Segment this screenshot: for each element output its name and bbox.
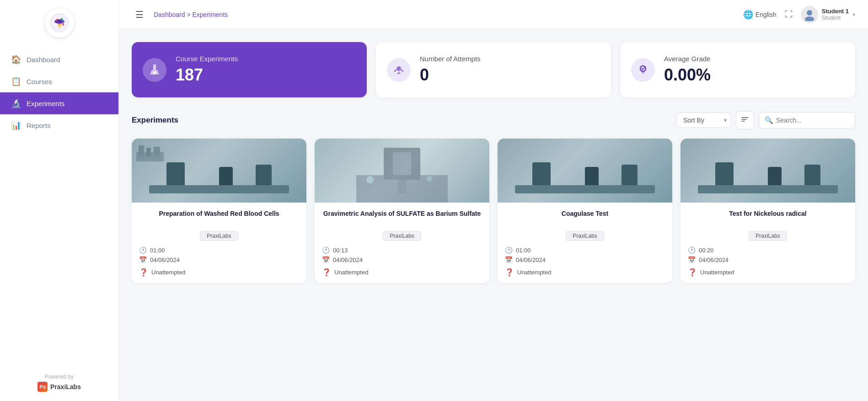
experiment-card-3-duration: 🕐 01:00 (505, 246, 665, 254)
svg-point-27 (427, 176, 432, 182)
sidebar-logo (0, 0, 118, 44)
experiments-stat-value: 187 (176, 65, 238, 85)
experiment-card-4-date: 📅 04/06/2024 (688, 256, 848, 263)
sidebar-item-reports-label: Reports (27, 122, 51, 129)
stats-row: Course Experiments 187 Number of Attempt… (132, 42, 855, 97)
experiment-card-2-duration: 🕐 00:13 (322, 246, 482, 254)
experiment-card-2-body: Gravimetric Analysis of SULFATE as Bariu… (315, 203, 489, 283)
user-text: Student 1 Student (822, 8, 849, 21)
status-icon-3: ❓ (505, 268, 514, 277)
stat-card-attempts: Number of Attempts 0 (376, 42, 611, 97)
experiment-card-4[interactable]: Test for Nickelous radical PraxiLabs 🕐 0… (680, 139, 855, 283)
svg-point-26 (366, 176, 374, 183)
grade-stat-icon (631, 58, 655, 82)
calendar-icon-3: 📅 (505, 256, 513, 263)
svg-point-13 (153, 71, 156, 74)
sidebar: 🏠 Dashboard 📋 Courses 🔬 Experiments 📊 Re… (0, 0, 119, 401)
attempts-stat-label: Number of Attempts (420, 55, 481, 63)
main-content: ☰ Dashboard > Experiments 🌐 English ⛶ (119, 0, 868, 401)
sort-select[interactable]: Sort By Name Date Duration (676, 112, 731, 128)
experiment-card-1-meta: 🕐 01:00 📅 04/06/2024 (139, 246, 299, 263)
experiment-card-3[interactable]: Coagulase Test PraxiLabs 🕐 01:00 📅 04/06… (498, 139, 672, 283)
status-icon-2: ❓ (322, 268, 331, 277)
experiments-grid: Preparation of Washed Red Blood Cells Pr… (132, 139, 855, 283)
sidebar-item-experiments-label: Experiments (27, 100, 64, 107)
svg-point-10 (807, 10, 812, 16)
sidebar-item-experiments[interactable]: 🔬 Experiments (0, 92, 118, 114)
calendar-icon-1: 📅 (139, 256, 147, 263)
praxilabs-brand-name: PraxiLabs (50, 383, 81, 390)
svg-rect-22 (154, 147, 160, 157)
experiment-card-4-tag: PraxiLabs (749, 231, 787, 241)
experiment-card-3-title: Coagulase Test (505, 210, 665, 226)
experiment-card-2-status: ❓ Unattempted (322, 268, 482, 277)
language-selector[interactable]: 🌐 English (743, 10, 777, 20)
attempts-stat-value: 0 (420, 65, 481, 85)
svg-rect-12 (153, 64, 156, 70)
clock-icon-4: 🕐 (688, 246, 696, 254)
experiments-stat-label: Course Experiments (176, 55, 238, 63)
experiment-card-3-status: ❓ Unattempted (505, 268, 665, 277)
breadcrumb-separator: > (187, 11, 192, 18)
sidebar-item-dashboard[interactable]: 🏠 Dashboard (0, 48, 118, 70)
globe-icon: 🌐 (743, 10, 753, 20)
fullscreen-button[interactable]: ⛶ (785, 10, 793, 19)
praxilabs-brand-icon: Px (38, 382, 48, 392)
section-controls: Sort By Name Date Duration 🔍 (676, 111, 855, 129)
hamburger-button[interactable]: ☰ (132, 7, 147, 22)
attempts-stat-icon (387, 58, 411, 82)
grade-stat-value: 0.00% (664, 65, 711, 85)
experiments-icon: 🔬 (11, 98, 21, 108)
home-icon: 🏠 (11, 54, 21, 64)
experiment-card-2-meta: 🕐 00:13 📅 04/06/2024 (322, 246, 482, 263)
svg-rect-21 (146, 148, 151, 157)
status-icon-1: ❓ (139, 268, 148, 277)
experiment-card-4-meta: 🕐 00:20 📅 04/06/2024 (688, 246, 848, 263)
experiment-card-1-title: Preparation of Washed Red Blood Cells (139, 210, 299, 226)
sidebar-item-courses[interactable]: 📋 Courses (0, 70, 118, 92)
search-icon: 🔍 (765, 116, 773, 124)
user-info[interactable]: Student 1 Student ▾ (801, 6, 855, 23)
sidebar-nav: 🏠 Dashboard 📋 Courses 🔬 Experiments 📊 Re… (0, 44, 118, 366)
breadcrumb-current: Experiments (192, 11, 228, 18)
clock-icon-3: 🕐 (505, 246, 513, 254)
svg-rect-25 (393, 152, 411, 175)
svg-point-4 (62, 24, 64, 26)
experiment-card-1-date: 📅 04/06/2024 (139, 256, 299, 263)
experiment-card-1-duration: 🕐 01:00 (139, 246, 299, 254)
user-dropdown-icon: ▾ (852, 11, 855, 18)
experiment-card-4-image (680, 139, 855, 203)
experiment-card-2[interactable]: Gravimetric Analysis of SULFATE as Bariu… (315, 139, 489, 283)
experiment-card-2-image (315, 139, 489, 203)
experiment-card-1-tag: PraxiLabs (200, 231, 238, 241)
experiment-card-3-body: Coagulase Test PraxiLabs 🕐 01:00 📅 04/06… (498, 203, 672, 283)
experiment-card-4-duration: 🕐 00:20 (688, 246, 848, 254)
experiment-card-3-tag: PraxiLabs (566, 231, 604, 241)
sidebar-item-dashboard-label: Dashboard (27, 56, 60, 64)
experiment-card-4-tag-wrap: PraxiLabs (688, 231, 848, 246)
courses-icon: 📋 (11, 76, 21, 86)
experiment-card-3-image (498, 139, 672, 203)
clock-icon-1: 🕐 (139, 246, 147, 254)
filter-button[interactable] (736, 111, 754, 129)
header-right: 🌐 English ⛶ Student 1 Student ▾ (743, 6, 855, 23)
experiment-card-4-status: ❓ Unattempted (688, 268, 848, 277)
experiment-card-2-tag: PraxiLabs (383, 231, 421, 241)
header: ☰ Dashboard > Experiments 🌐 English ⛶ (119, 0, 868, 29)
experiment-card-1[interactable]: Preparation of Washed Red Blood Cells Pr… (132, 139, 306, 283)
section-title: Experiments (132, 116, 178, 125)
reports-icon: 📊 (11, 120, 21, 130)
experiment-card-3-meta: 🕐 01:00 📅 04/06/2024 (505, 246, 665, 263)
experiment-card-3-tag-wrap: PraxiLabs (505, 231, 665, 246)
sidebar-item-reports[interactable]: 📊 Reports (0, 114, 118, 136)
experiment-card-4-title: Test for Nickelous radical (688, 210, 848, 226)
attempts-stat-text: Number of Attempts 0 (420, 55, 481, 85)
calendar-icon-4: 📅 (688, 256, 696, 263)
clock-icon-2: 🕐 (322, 246, 330, 254)
experiment-card-1-status: ❓ Unattempted (139, 268, 299, 277)
search-input[interactable] (776, 117, 849, 124)
svg-point-14 (396, 66, 401, 71)
grade-stat-label: Average Grade (664, 55, 711, 63)
svg-point-6 (58, 25, 61, 28)
experiment-card-1-tag-wrap: PraxiLabs (139, 231, 299, 246)
